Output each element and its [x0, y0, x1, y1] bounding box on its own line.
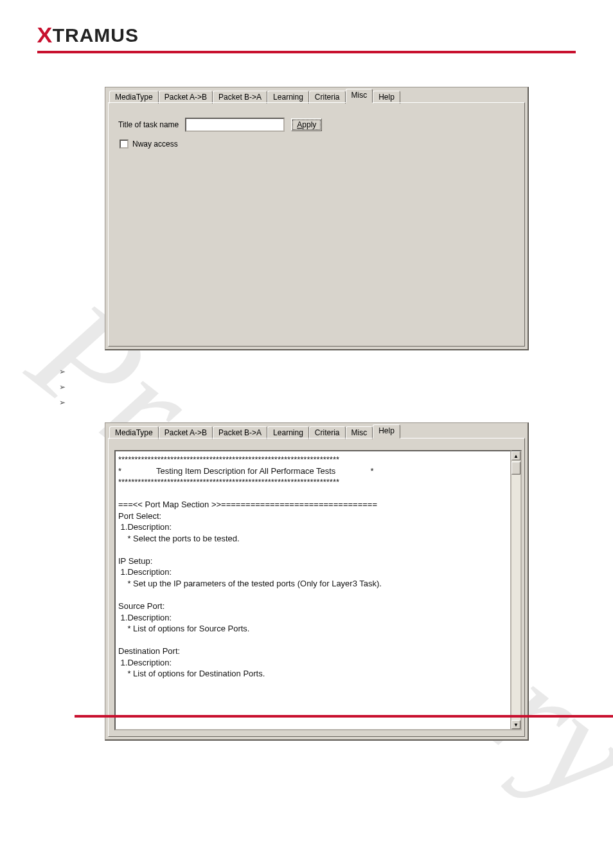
tab-learning[interactable]: Learning [267, 91, 309, 104]
bullet-3: ➢ [59, 398, 576, 407]
help-text-area[interactable]: ****************************************… [114, 450, 511, 730]
brand-text: TRAMUS [53, 24, 139, 46]
tab-misc-2[interactable]: Misc [346, 426, 373, 439]
tab-criteria-2[interactable]: Criteria [309, 426, 346, 439]
scroll-thumb[interactable] [511, 462, 520, 475]
checkbox-box-icon [120, 140, 129, 149]
tab-bar-1: MediaType Packet A->B Packet B->A Learni… [105, 89, 528, 103]
tab-packet-ba-2[interactable]: Packet B->A [213, 426, 267, 439]
bullet-icon: ➢ [59, 398, 66, 407]
bullet-list: ➢ ➢ ➢ [59, 367, 576, 407]
apply-button[interactable]: Apply [291, 118, 322, 131]
tab-help-2[interactable]: Help [373, 424, 400, 439]
task-title-input[interactable] [185, 118, 285, 132]
header-rule [37, 51, 576, 53]
nway-label: Nway access [132, 140, 178, 149]
tab-packet-ab[interactable]: Packet A->B [159, 91, 213, 104]
config-dialog-help: MediaType Packet A->B Packet B->A Learni… [105, 422, 529, 741]
tab-packet-ab-2[interactable]: Packet A->B [159, 426, 213, 439]
tab-criteria[interactable]: Criteria [309, 91, 346, 104]
scroll-down-button[interactable]: ▼ [511, 720, 520, 729]
tab-packet-ba[interactable]: Packet B->A [213, 91, 267, 104]
brand-logo: XTRAMUS [37, 22, 576, 47]
task-title-label: Title of task name [118, 120, 179, 129]
help-scrollbar[interactable]: ▲ ▼ [511, 450, 522, 730]
tab-bar-2: MediaType Packet A->B Packet B->A Learni… [105, 424, 528, 439]
bullet-icon: ➢ [59, 367, 66, 376]
bullet-2: ➢ [59, 383, 576, 392]
help-pre-text: ****************************************… [116, 451, 510, 682]
tab-help[interactable]: Help [373, 91, 400, 104]
misc-pane: Title of task name Apply Nway access [108, 102, 525, 347]
tab-misc[interactable]: Misc [346, 89, 373, 103]
bullet-icon: ➢ [59, 383, 66, 392]
tab-mediatype-2[interactable]: MediaType [109, 426, 159, 439]
apply-rest: pply [302, 120, 316, 129]
nway-access-checkbox[interactable]: Nway access [120, 140, 515, 149]
tab-mediatype[interactable]: MediaType [109, 91, 159, 104]
tab-learning-2[interactable]: Learning [267, 426, 309, 439]
scroll-up-button[interactable]: ▲ [511, 451, 520, 460]
bullet-1: ➢ [59, 367, 576, 376]
footer-rule [75, 715, 613, 718]
config-dialog-misc: MediaType Packet A->B Packet B->A Learni… [105, 87, 529, 350]
